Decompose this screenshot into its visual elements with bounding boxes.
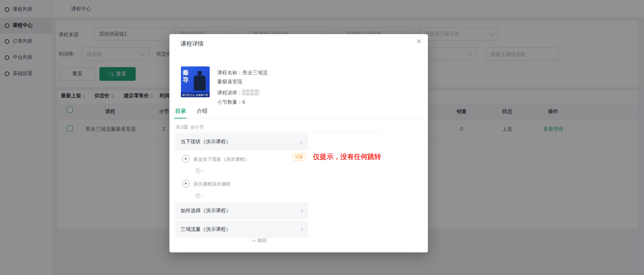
blurred-teacher-name xyxy=(242,89,260,95)
chevron-right-icon xyxy=(299,227,303,231)
duration-text: : xyxy=(202,192,204,198)
chevron-up-icon xyxy=(252,239,256,243)
chevron-right-icon xyxy=(299,209,303,213)
lesson-title[interactable]: 美业当下现状（演示课程） xyxy=(193,156,249,163)
chevron-down-icon xyxy=(299,140,303,144)
thumbnail-name-text: 秦导 xyxy=(182,69,189,83)
chapter-header-2[interactable]: 如何选择（演示课程） xyxy=(175,202,308,219)
person-silhouette-icon xyxy=(197,71,202,75)
play-icon xyxy=(182,180,190,187)
lesson-title[interactable]: 演示课程演示课程 xyxy=(193,181,230,187)
course-name-text: 课程名称：美业三域流量极速变现 xyxy=(217,68,270,86)
divider xyxy=(175,118,422,119)
sections-count-text: 小节数量：6 xyxy=(217,99,245,106)
thumbnail-caption: 模式定江山·流量解千愁 xyxy=(181,93,210,97)
chapter-header-1[interactable]: 当下现状（演示课程） xyxy=(175,133,308,150)
modal-title: 课程详情 xyxy=(181,40,204,48)
course-thumbnail: 秦导 模式定江山·流量解千愁 xyxy=(181,66,210,97)
tab-catalog[interactable]: 目录 xyxy=(175,108,186,115)
trial-badge: 试看 xyxy=(293,153,305,160)
collapse-button[interactable]: 收回 xyxy=(224,237,295,244)
clock-icon xyxy=(195,193,200,198)
teacher-label: 课程讲师： xyxy=(217,90,242,95)
teacher-row: 课程讲师： xyxy=(217,89,260,96)
duration-text: : xyxy=(202,168,204,173)
course-detail-modal: 课程详情 × 秦导 模式定江山·流量解千愁 课程名称：美业三域流量极速变现 课程… xyxy=(169,34,428,252)
app-root: 课程中心 课程列表 课程中心 订单列表 中台列表 基础设置 课程来源 芸信供应链… xyxy=(0,0,644,275)
play-icon xyxy=(182,155,190,163)
divider xyxy=(175,132,382,132)
chapter-header-3[interactable]: 三域流量（演示课程） xyxy=(175,221,308,238)
close-icon[interactable]: × xyxy=(416,37,421,46)
tab-intro[interactable]: 介绍 xyxy=(197,108,207,115)
chapter-summary: 共3章 ,6小节 xyxy=(176,124,204,131)
annotation-text: 仅提示，没有任何跳转 xyxy=(313,152,381,162)
clock-icon xyxy=(195,168,200,173)
